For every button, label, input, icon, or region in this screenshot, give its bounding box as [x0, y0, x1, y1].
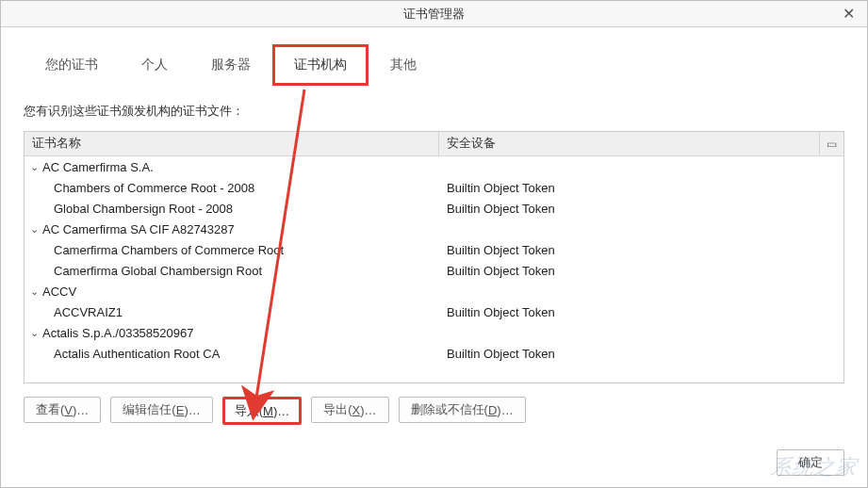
tab-authorities[interactable]: 证书机构 — [272, 44, 368, 86]
cert-name: Camerfirma Global Chambersign Root — [54, 264, 262, 278]
certificate-manager-window: 证书管理器 ✕ 您的证书 个人 服务器 证书机构 其他 您有识别这些证书颁发机构… — [0, 0, 868, 488]
cert-name: Chambers of Commerce Root - 2008 — [54, 181, 254, 195]
table-row[interactable]: Chambers of Commerce Root - 2008Builtin … — [25, 177, 843, 198]
column-header-device[interactable]: 安全设备 — [439, 136, 819, 152]
tab-label: 其他 — [390, 57, 417, 72]
table-header: 证书名称 安全设备 ▭ — [25, 132, 843, 156]
chevron-down-icon[interactable]: ⌄ — [30, 223, 40, 236]
cell-name: Camerfirma Global Chambersign Root — [25, 264, 439, 278]
chevron-down-icon[interactable]: ⌄ — [30, 161, 40, 173]
column-picker-icon[interactable]: ▭ — [819, 132, 843, 155]
import-button[interactable]: 导入(M)… — [222, 397, 303, 425]
cell-device: Builtin Object Token — [439, 181, 843, 195]
cell-name: Global Chambersign Root - 2008 — [25, 202, 439, 216]
chevron-down-icon[interactable]: ⌄ — [30, 285, 40, 298]
cell-device: Builtin Object Token — [439, 243, 843, 257]
cert-name: Actalis Authentication Root CA — [54, 347, 220, 361]
export-button[interactable]: 导出(X)… — [311, 397, 388, 423]
tab-label: 您的证书 — [45, 57, 98, 72]
table-group-row[interactable]: ⌄Actalis S.p.A./03358520967 — [25, 322, 843, 343]
description-text: 您有识别这些证书颁发机构的证书文件： — [24, 103, 844, 120]
cell-name: ⌄AC Camerfirma SA CIF A82743287 — [25, 222, 439, 236]
tab-bar: 您的证书 个人 服务器 证书机构 其他 — [24, 44, 844, 86]
ok-button[interactable]: 确定 — [777, 449, 844, 476]
table-row[interactable]: Global Chambersign Root - 2008Builtin Ob… — [25, 198, 843, 219]
tab-others[interactable]: 其他 — [368, 44, 438, 86]
cell-name: Actalis Authentication Root CA — [25, 347, 439, 361]
table-body[interactable]: ⌄AC Camerfirma S.A.Chambers of Commerce … — [25, 156, 843, 383]
footer: 确定 — [777, 449, 844, 476]
table-row[interactable]: Actalis Authentication Root CABuiltin Ob… — [25, 343, 843, 364]
tab-your-certs[interactable]: 您的证书 — [24, 44, 120, 86]
edit-trust-button[interactable]: 编辑信任(E)… — [110, 397, 212, 423]
group-name: Actalis S.p.A./03358520967 — [42, 326, 193, 340]
tab-label: 服务器 — [211, 57, 251, 72]
group-name: AC Camerfirma S.A. — [42, 160, 154, 174]
cell-name: ⌄ACCV — [25, 285, 439, 299]
window-title: 证书管理器 — [403, 6, 465, 23]
close-icon[interactable]: ✕ — [829, 1, 867, 26]
cell-name: ⌄Actalis S.p.A./03358520967 — [25, 326, 439, 340]
cell-name: Camerfirma Chambers of Commerce Root — [25, 243, 439, 257]
action-buttons: 查看(V)… 编辑信任(E)… 导入(M)… 导出(X)… 删除或不信任(D)… — [24, 397, 844, 425]
cell-device: Builtin Object Token — [439, 305, 843, 319]
table-row[interactable]: Camerfirma Chambers of Commerce RootBuil… — [25, 239, 843, 260]
cell-device: Builtin Object Token — [439, 347, 843, 361]
certificates-table: 证书名称 安全设备 ▭ ⌄AC Camerfirma S.A.Chambers … — [24, 131, 844, 383]
group-name: ACCV — [42, 285, 76, 299]
cell-name: ACCVRAIZ1 — [25, 305, 439, 319]
table-group-row[interactable]: ⌄AC Camerfirma SA CIF A82743287 — [25, 219, 843, 239]
view-button[interactable]: 查看(V)… — [24, 397, 101, 423]
group-name: AC Camerfirma SA CIF A82743287 — [42, 222, 235, 236]
content-area: 您的证书 个人 服务器 证书机构 其他 您有识别这些证书颁发机构的证书文件： 证… — [1, 27, 867, 438]
table-group-row[interactable]: ⌄ACCV — [25, 281, 843, 301]
cert-name: ACCVRAIZ1 — [54, 305, 123, 319]
tab-label: 个人 — [141, 57, 168, 72]
cert-name: Global Chambersign Root - 2008 — [54, 202, 233, 216]
tab-label: 证书机构 — [294, 57, 347, 72]
chevron-down-icon[interactable]: ⌄ — [30, 327, 40, 339]
column-header-name[interactable]: 证书名称 — [25, 132, 439, 155]
cell-device: Builtin Object Token — [439, 264, 843, 278]
cert-name: Camerfirma Chambers of Commerce Root — [54, 243, 284, 257]
delete-distrust-button[interactable]: 删除或不信任(D)… — [399, 397, 526, 423]
cell-device: Builtin Object Token — [439, 202, 843, 216]
table-row[interactable]: Camerfirma Global Chambersign RootBuilti… — [25, 260, 843, 281]
titlebar: 证书管理器 ✕ — [1, 1, 867, 27]
cell-name: Chambers of Commerce Root - 2008 — [25, 181, 439, 195]
cell-name: ⌄AC Camerfirma S.A. — [25, 160, 439, 174]
table-row[interactable]: ACCVRAIZ1Builtin Object Token — [25, 301, 843, 322]
tab-people[interactable]: 个人 — [120, 44, 189, 86]
table-group-row[interactable]: ⌄AC Camerfirma S.A. — [25, 156, 843, 177]
tab-servers[interactable]: 服务器 — [189, 44, 272, 86]
